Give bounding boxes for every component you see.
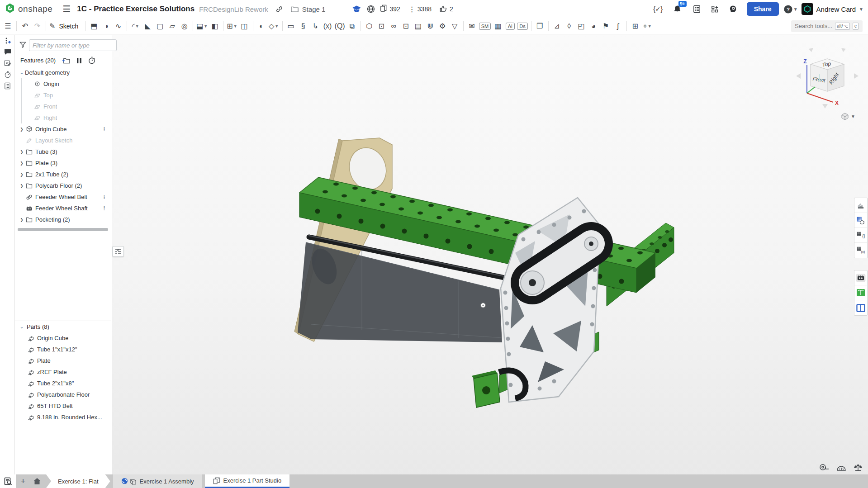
- tool-linear-pattern-button[interactable]: ⊞▼: [226, 20, 238, 33]
- part-row[interactable]: Origin Cube: [15, 332, 111, 344]
- comments-button[interactable]: [0, 46, 15, 57]
- bill-of-materials-button[interactable]: [0, 80, 15, 91]
- tool-hole-button[interactable]: ◎: [178, 20, 190, 33]
- item-menu-dots-icon[interactable]: ⁞: [103, 205, 104, 212]
- tool-shell-button[interactable]: ▢: [154, 20, 166, 33]
- help-icon[interactable]: ?: [783, 4, 793, 14]
- tool-chamfer-button[interactable]: ◣: [142, 20, 154, 33]
- tool-sheet-metal-button[interactable]: SM: [478, 20, 492, 33]
- chevron-right-icon[interactable]: ❯: [19, 150, 25, 154]
- feature-row[interactable]: Feeder Wheel Shaft⁞: [15, 203, 111, 214]
- tool-primitive-cube-button[interactable]: ⬡: [363, 20, 375, 33]
- new-folder-icon[interactable]: [62, 57, 70, 64]
- chevron-right-icon[interactable]: ❯: [19, 218, 25, 222]
- new-tab-button[interactable]: +: [16, 474, 30, 488]
- tool-sweep-button[interactable]: ∿: [112, 20, 124, 33]
- configurations-button[interactable]: [854, 213, 867, 228]
- tool-helix-button[interactable]: §: [297, 20, 309, 33]
- tool-tube-bend-button[interactable]: ∫: [612, 20, 624, 33]
- feature-row[interactable]: ❯Polycarb Floor (2): [15, 180, 111, 191]
- tool-radius-button[interactable]: ◕: [588, 20, 600, 33]
- tool-undo-button[interactable]: ↶: [19, 20, 31, 33]
- appearance-button[interactable]: [854, 198, 867, 213]
- share-button[interactable]: Share: [747, 2, 779, 16]
- tool-exploded-view-button[interactable]: ⧉: [346, 20, 358, 33]
- feature-list-toggle-button[interactable]: [112, 246, 124, 257]
- tool-derived-button[interactable]: ↳: [309, 20, 322, 33]
- tool-selection-tools-button[interactable]: ⌖▼: [641, 20, 654, 33]
- 3d-model[interactable]: [112, 35, 868, 474]
- feature-list-scrollbar[interactable]: [18, 228, 108, 231]
- copy-link-icon[interactable]: [275, 4, 285, 14]
- tool-wrap-button[interactable]: ◧: [209, 20, 221, 33]
- view-cube[interactable]: Top Front Right Z X: [793, 46, 861, 110]
- notifications-bell-icon[interactable]: 9+: [673, 4, 683, 14]
- tool-filter-feature-button[interactable]: ▽: [449, 20, 461, 33]
- tool-fillet-button[interactable]: ◜▼: [129, 20, 142, 33]
- user-menu[interactable]: Andrew Card ▼: [802, 3, 863, 15]
- part-row[interactable]: Polycarbonate Floor: [15, 389, 111, 400]
- feature-row[interactable]: ⌄Default geometry: [15, 67, 111, 78]
- search-tabs-button[interactable]: [0, 474, 16, 488]
- tool-boolean-button[interactable]: ◐: [256, 20, 268, 33]
- featurescript-brace-icon[interactable]: {✓}: [653, 4, 663, 14]
- chevron-down-icon[interactable]: ⌄: [19, 70, 25, 75]
- part-row[interactable]: 65T HTD Belt: [15, 400, 111, 412]
- rollback-pause-icon[interactable]: [76, 57, 82, 64]
- main-menu-icon[interactable]: ☰: [62, 4, 71, 14]
- copies-stat[interactable]: 392: [380, 5, 400, 14]
- feature-row[interactable]: Right: [15, 112, 111, 123]
- help-caret-icon[interactable]: ▼: [793, 7, 798, 12]
- public-globe-icon[interactable]: [366, 4, 376, 14]
- robot-library-button[interactable]: [854, 270, 867, 285]
- insert-version-button[interactable]: [0, 35, 15, 46]
- tool-robot-feature-button[interactable]: ⊡: [375, 20, 388, 33]
- tool-send-to-button[interactable]: ✉: [466, 20, 478, 33]
- filter-funnel-icon[interactable]: [19, 42, 26, 49]
- feature-row[interactable]: ❯Origin Cube⁞: [15, 123, 111, 135]
- feature-row[interactable]: Feeeder Wheel Belt⁞: [15, 191, 111, 203]
- tab-flat[interactable]: Exercise 1: Flat: [46, 474, 110, 488]
- learning-center-icon[interactable]: [728, 4, 738, 14]
- origin-marker[interactable]: [481, 303, 486, 308]
- tool-ai-tool-button[interactable]: Ai: [504, 20, 516, 33]
- history-button[interactable]: [0, 69, 15, 80]
- feature-row[interactable]: ❯Tube (3): [15, 146, 111, 157]
- tool-redo-button[interactable]: ↷: [31, 20, 43, 33]
- notes-button[interactable]: [0, 57, 15, 69]
- tool-transform-button[interactable]: ⋓: [424, 20, 436, 33]
- chevron-down-icon[interactable]: ⌄: [19, 324, 25, 329]
- feature-filter-input[interactable]: [29, 39, 117, 51]
- tool-gear-button[interactable]: ⚙: [436, 20, 449, 33]
- blue-book-library-button[interactable]: [854, 300, 867, 315]
- tool-thicken-button[interactable]: ⬓▼: [195, 20, 209, 33]
- education-icon[interactable]: [351, 4, 361, 14]
- rebuild-timer-icon[interactable]: [88, 57, 95, 64]
- likes-stat[interactable]: 2: [440, 5, 453, 14]
- chevron-right-icon[interactable]: ❯: [19, 172, 25, 177]
- part-row[interactable]: Plate: [15, 355, 111, 366]
- part-row[interactable]: zREF Plate: [15, 366, 111, 378]
- feature-row[interactable]: Layout Sketch: [15, 135, 111, 146]
- workspace-name[interactable]: Stage 1: [302, 5, 326, 13]
- configured-features-button[interactable]: {}: [854, 228, 867, 243]
- part-row[interactable]: Tube 1"x1"x12": [15, 344, 111, 355]
- tool-extrude-button[interactable]: ⬒: [88, 20, 100, 33]
- tab-manager-home-button[interactable]: [30, 474, 44, 488]
- tool-plane-button[interactable]: ▭: [285, 20, 297, 33]
- tool-variable-button[interactable]: (x): [322, 20, 334, 33]
- versions-stat[interactable]: ⋮ 3388: [408, 5, 432, 14]
- tool-verify-button[interactable]: ⚑: [600, 20, 612, 33]
- parts-header-row[interactable]: ⌄ Parts (8): [15, 321, 111, 332]
- tool-featurescript-search-button[interactable]: (Q): [334, 20, 346, 33]
- tape-measure-icon[interactable]: [819, 464, 829, 472]
- item-menu-dots-icon[interactable]: ⁞: [103, 194, 104, 200]
- protractor-icon[interactable]: [836, 464, 846, 472]
- tool-draft-button[interactable]: ▱: [166, 20, 178, 33]
- mass-properties-icon[interactable]: [854, 464, 863, 472]
- chevron-right-icon[interactable]: ❯: [19, 161, 25, 166]
- feature-row[interactable]: ❯Plate (3): [15, 157, 111, 169]
- item-menu-dots-icon[interactable]: ⁞: [103, 126, 104, 133]
- search-tools[interactable]: Search tools...alt/⌥c: [791, 20, 863, 32]
- feature-row[interactable]: Origin: [15, 78, 111, 90]
